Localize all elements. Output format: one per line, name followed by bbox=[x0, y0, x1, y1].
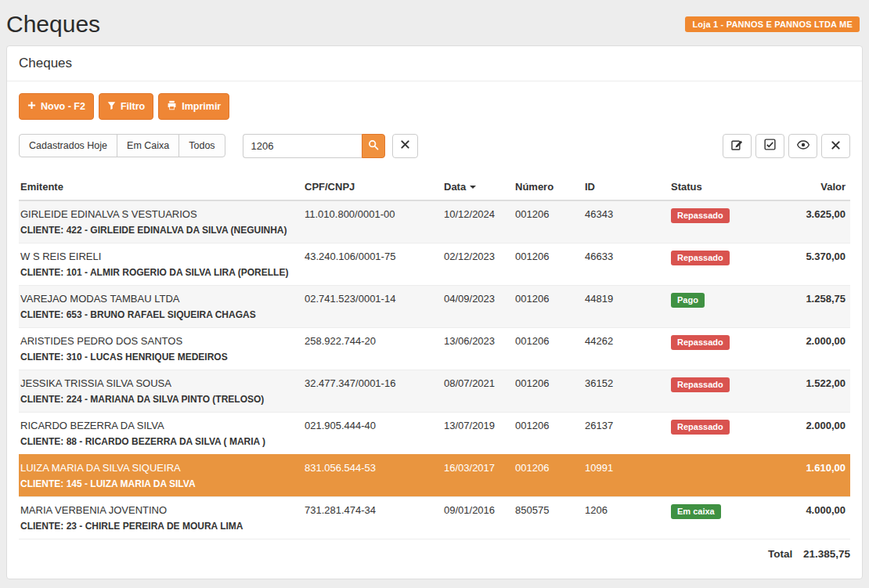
total-label: Total bbox=[768, 548, 792, 560]
search-input[interactable] bbox=[243, 134, 362, 158]
status-badge: Pago bbox=[671, 293, 705, 308]
x-icon bbox=[831, 140, 840, 152]
store-badge: Loja 1 - PANNOS E PANNOS LTDA ME bbox=[685, 16, 860, 32]
id-cell: 1206 bbox=[583, 496, 669, 539]
emitente-name: GIRLEIDE EDINALVA S VESTUARIOS bbox=[20, 208, 298, 220]
filter-tab-em-caixa[interactable]: Em Caixa bbox=[117, 134, 179, 158]
numero-cell: 001206 bbox=[514, 243, 583, 285]
emitente-cell: RICARDO BEZERRA DA SILVA CLIENTE: 88 - R… bbox=[19, 412, 303, 454]
valor-cell: 3.625,00 bbox=[772, 200, 850, 243]
cliente-info: CLIENTE: 145 - LUIZA MARIA DA SILVA bbox=[20, 478, 298, 489]
id-cell: 46343 bbox=[583, 200, 669, 243]
table-row[interactable]: JESSIKA TRISSIA SILVA SOUSA CLIENTE: 224… bbox=[19, 370, 850, 412]
data-cell: 10/12/2024 bbox=[442, 200, 514, 243]
col-id[interactable]: ID bbox=[583, 174, 669, 200]
valor-cell: 1.258,75 bbox=[772, 285, 850, 327]
id-cell: 10991 bbox=[583, 454, 669, 496]
cheques-table-body: GIRLEIDE EDINALVA S VESTUARIOS CLIENTE: … bbox=[19, 200, 850, 539]
emitente-name: VAREJAO MODAS TAMBAU LTDA bbox=[20, 293, 298, 305]
status-cell: Em caixa bbox=[669, 496, 772, 539]
table-row[interactable]: MARIA VERBENIA JOVENTINO CLIENTE: 23 - C… bbox=[19, 496, 850, 539]
view-cheque-button[interactable] bbox=[788, 134, 817, 158]
sort-caret-icon bbox=[470, 186, 476, 189]
row-action-group bbox=[723, 134, 850, 158]
search-icon bbox=[368, 139, 379, 153]
valor-cell: 2.000,00 bbox=[772, 327, 850, 370]
cliente-info: CLIENTE: 23 - CHIRLE PEREIRA DE MOURA LI… bbox=[20, 521, 298, 532]
cpf-cnpj-cell: 02.741.523/0001-14 bbox=[303, 285, 442, 327]
emitente-cell: ARISTIDES PEDRO DOS SANTOS CLIENTE: 310 … bbox=[19, 327, 303, 370]
table-row[interactable]: RICARDO BEZERRA DA SILVA CLIENTE: 88 - R… bbox=[19, 412, 850, 454]
total-value: 21.385,75 bbox=[803, 548, 850, 560]
status-badge: Repassado bbox=[671, 335, 730, 350]
numero-cell: 001206 bbox=[514, 412, 583, 454]
edit-cheque-button[interactable] bbox=[723, 134, 752, 158]
new-button[interactable]: Novo - F2 bbox=[19, 93, 94, 120]
status-badge: Em caixa bbox=[671, 504, 721, 519]
cpf-cnpj-cell: 32.477.347/0001-16 bbox=[303, 370, 442, 412]
clear-search-button[interactable] bbox=[392, 134, 418, 158]
data-cell: 02/12/2023 bbox=[442, 243, 514, 285]
col-numero[interactable]: Número bbox=[514, 174, 583, 200]
emitente-cell: JESSIKA TRISSIA SILVA SOUSA CLIENTE: 224… bbox=[19, 370, 303, 412]
cliente-info: CLIENTE: 101 - ALMIR ROGERIO DA SILVA LI… bbox=[20, 267, 298, 278]
cliente-info: CLIENTE: 653 - BRUNO RAFAEL SIQUEIRA CHA… bbox=[20, 309, 298, 320]
total-row: Total 21.385,75 bbox=[19, 539, 850, 567]
cheques-table: Emitente CPF/CNPJ Data Número ID Status … bbox=[19, 174, 850, 567]
cliente-info: CLIENTE: 422 - GIRLEIDE EDINALVA DA SILV… bbox=[20, 225, 298, 236]
valor-cell: 5.370,00 bbox=[772, 243, 850, 285]
print-button[interactable]: Imprimir bbox=[158, 93, 229, 120]
filter-tab-cadastrados-hoje[interactable]: Cadastrados Hoje bbox=[19, 134, 117, 158]
data-cell: 04/09/2023 bbox=[442, 285, 514, 327]
numero-cell: 001206 bbox=[514, 327, 583, 370]
panel-body: Novo - F2 Filtro Imprimir Cadastrados Ho… bbox=[7, 81, 862, 579]
emitente-name: MARIA VERBENIA JOVENTINO bbox=[20, 504, 298, 516]
confirm-cheque-button[interactable] bbox=[755, 134, 784, 158]
filter-tab-todos[interactable]: Todos bbox=[178, 134, 225, 158]
emitente-cell: W S REIS EIRELI CLIENTE: 101 - ALMIR ROG… bbox=[19, 243, 303, 285]
data-cell: 16/03/2017 bbox=[442, 454, 514, 496]
emitente-name: W S REIS EIRELI bbox=[20, 251, 298, 262]
table-row[interactable]: ARISTIDES PEDRO DOS SANTOS CLIENTE: 310 … bbox=[19, 327, 850, 370]
filter-button[interactable]: Filtro bbox=[99, 93, 153, 120]
cpf-cnpj-cell: 831.056.544-53 bbox=[303, 454, 442, 496]
page-header: Cheques Loja 1 - PANNOS E PANNOS LTDA ME bbox=[0, 0, 869, 45]
print-button-label: Imprimir bbox=[182, 102, 221, 112]
emitente-name: RICARDO BEZERRA DA SILVA bbox=[20, 420, 298, 431]
table-header-row: Emitente CPF/CNPJ Data Número ID Status … bbox=[19, 174, 850, 200]
col-valor[interactable]: Valor bbox=[772, 174, 850, 200]
col-cpf-cnpj[interactable]: CPF/CNPJ bbox=[303, 174, 442, 200]
table-row[interactable]: VAREJAO MODAS TAMBAU LTDA CLIENTE: 653 -… bbox=[19, 285, 850, 327]
cpf-cnpj-cell: 11.010.800/0001-00 bbox=[303, 200, 442, 243]
emitente-name: ARISTIDES PEDRO DOS SANTOS bbox=[20, 335, 298, 347]
id-cell: 44819 bbox=[583, 285, 669, 327]
valor-cell: 1.610,00 bbox=[772, 454, 850, 496]
emitente-cell: VAREJAO MODAS TAMBAU LTDA CLIENTE: 653 -… bbox=[19, 285, 303, 327]
search-button[interactable] bbox=[362, 134, 385, 158]
emitente-name: JESSIKA TRISSIA SILVA SOUSA bbox=[20, 377, 298, 389]
status-cell: Repassado bbox=[669, 327, 772, 370]
table-row[interactable]: W S REIS EIRELI CLIENTE: 101 - ALMIR ROG… bbox=[19, 243, 850, 285]
status-badge: Repassado bbox=[671, 377, 730, 392]
numero-cell: 850575 bbox=[514, 496, 583, 539]
col-emitente[interactable]: Emitente bbox=[19, 174, 303, 200]
new-button-label: Novo - F2 bbox=[41, 102, 85, 112]
filter-icon bbox=[107, 101, 116, 113]
cliente-info: CLIENTE: 224 - MARIANA DA SILVA PINTO (T… bbox=[20, 394, 298, 405]
filter-row: Cadastrados Hoje Em Caixa Todos bbox=[19, 134, 850, 158]
emitente-name: LUIZA MARIA DA SILVA SIQUEIRA bbox=[20, 462, 298, 474]
col-status[interactable]: Status bbox=[669, 174, 772, 200]
table-row[interactable]: LUIZA MARIA DA SILVA SIQUEIRA CLIENTE: 1… bbox=[19, 454, 850, 496]
check-square-icon bbox=[764, 139, 776, 153]
cpf-cnpj-cell: 258.922.744-20 bbox=[303, 327, 442, 370]
valor-cell: 4.000,00 bbox=[772, 496, 850, 539]
id-cell: 44262 bbox=[583, 327, 669, 370]
col-data[interactable]: Data bbox=[442, 174, 514, 200]
cpf-cnpj-cell: 731.281.474-34 bbox=[303, 496, 442, 539]
edit-icon bbox=[731, 139, 743, 153]
cancel-cheque-button[interactable] bbox=[821, 134, 850, 158]
table-row[interactable]: GIRLEIDE EDINALVA S VESTUARIOS CLIENTE: … bbox=[19, 200, 850, 243]
emitente-cell: MARIA VERBENIA JOVENTINO CLIENTE: 23 - C… bbox=[19, 496, 303, 539]
id-cell: 26137 bbox=[583, 412, 669, 454]
search-group bbox=[243, 134, 385, 158]
